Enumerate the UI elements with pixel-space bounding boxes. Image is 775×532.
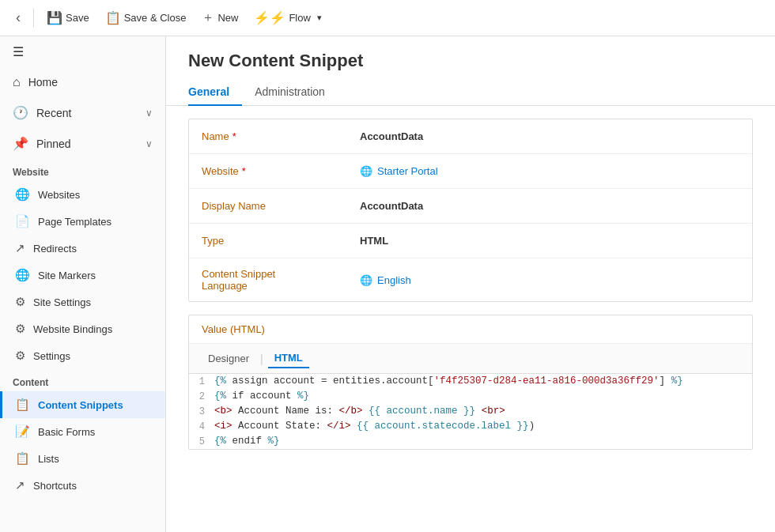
tab-administration[interactable]: Administration bbox=[242, 79, 338, 106]
code-line-5: 5 {% endif %} bbox=[189, 434, 752, 449]
line-content-1: {% assign account = entities.account['f4… bbox=[214, 375, 752, 387]
new-icon: ＋ bbox=[202, 9, 214, 26]
field-type: Type HTML bbox=[189, 224, 752, 258]
content-area: New Content Snippet General Administrati… bbox=[166, 36, 775, 532]
websites-label: Websites bbox=[38, 189, 80, 201]
page-title: New Content Snippet bbox=[166, 36, 775, 79]
basic-forms-icon: 📝 bbox=[15, 424, 30, 439]
sidebar-pinned-label: Pinned bbox=[36, 138, 71, 150]
code-line-2: 2 {% if account %} bbox=[189, 389, 752, 404]
sidebar-item-recent[interactable]: 🕐 Recent ∨ bbox=[0, 97, 165, 128]
display-name-value: AccountData bbox=[360, 200, 423, 212]
websites-icon: 🌐 bbox=[15, 187, 30, 202]
sidebar-item-pinned[interactable]: 📌 Pinned ∨ bbox=[0, 128, 165, 159]
field-name: Name* AccountData bbox=[189, 119, 752, 154]
website-bindings-icon: ⚙ bbox=[15, 322, 25, 336]
main-layout: ☰ ⌂ Home 🕐 Recent ∨ 📌 Pinned ∨ Website 🌐… bbox=[0, 36, 775, 532]
sidebar-item-settings[interactable]: ⚙ Settings bbox=[0, 342, 165, 369]
sidebar-item-site-settings[interactable]: ⚙ Site Settings bbox=[0, 289, 165, 315]
page-templates-icon: 📄 bbox=[15, 214, 30, 228]
sidebar-item-home[interactable]: ⌂ Home bbox=[0, 67, 165, 97]
field-display-name: Display Name AccountData bbox=[189, 189, 752, 224]
chevron-recent-icon: ∨ bbox=[146, 108, 153, 119]
sidebar-item-websites[interactable]: 🌐 Websites bbox=[0, 181, 165, 208]
redirects-label: Redirects bbox=[33, 243, 77, 255]
new-button[interactable]: ＋ New bbox=[195, 6, 244, 29]
site-settings-icon: ⚙ bbox=[15, 295, 25, 309]
save-button[interactable]: 💾 Save bbox=[40, 7, 96, 28]
lists-icon: 📋 bbox=[15, 451, 30, 466]
type-label: Type bbox=[202, 235, 360, 247]
recent-icon: 🕐 bbox=[13, 105, 28, 120]
value-section: Value (HTML) Designer | HTML 1 {% assign… bbox=[188, 315, 753, 450]
name-label: Name* bbox=[202, 130, 360, 142]
save-close-icon: 📋 bbox=[105, 10, 121, 25]
sidebar-item-shortcuts[interactable]: ↗ Shortcuts bbox=[0, 472, 165, 499]
tab-general[interactable]: General bbox=[188, 79, 242, 106]
code-line-4: 4 <i> Account State: </i> {{ account.sta… bbox=[189, 419, 752, 434]
flow-button[interactable]: ⚡⚡ Flow ▾ bbox=[248, 7, 327, 28]
value-header: Value (HTML) bbox=[189, 315, 752, 344]
content-snippets-label: Content Snippets bbox=[38, 399, 123, 411]
form-section: Name* AccountData Website* 🌐 Starter Por… bbox=[188, 119, 753, 302]
basic-forms-label: Basic Forms bbox=[38, 426, 95, 438]
sidebar-item-website-bindings[interactable]: ⚙ Website Bindings bbox=[0, 315, 165, 342]
settings-label: Settings bbox=[33, 350, 70, 362]
code-line-1: 1 {% assign account = entities.account['… bbox=[189, 374, 752, 389]
pin-icon: 📌 bbox=[13, 136, 28, 151]
website-section-label: Website bbox=[0, 159, 165, 181]
redirects-icon: ↗ bbox=[15, 241, 25, 255]
tab-divider: | bbox=[260, 353, 263, 365]
page-templates-label: Page Templates bbox=[38, 216, 112, 228]
website-link[interactable]: Starter Portal bbox=[377, 165, 438, 177]
sidebar: ☰ ⌂ Home 🕐 Recent ∨ 📌 Pinned ∨ Website 🌐… bbox=[0, 36, 166, 532]
divider-1 bbox=[33, 9, 34, 28]
globe-icon: 🌐 bbox=[360, 165, 372, 177]
line-number-3: 3 bbox=[189, 406, 214, 417]
shortcuts-icon: ↗ bbox=[15, 478, 25, 492]
hamburger-button[interactable]: ☰ bbox=[0, 36, 165, 67]
website-value[interactable]: 🌐 Starter Portal bbox=[360, 165, 438, 177]
line-content-5: {% endif %} bbox=[214, 436, 752, 447]
code-line-3: 3 <b> Account Name is: </b> {{ account.n… bbox=[189, 404, 752, 419]
website-required: * bbox=[242, 165, 246, 177]
toolbar: ‹ 💾 Save 📋 Save & Close ＋ New ⚡⚡ Flow ▾ bbox=[0, 0, 775, 36]
line-content-2: {% if account %} bbox=[214, 391, 752, 402]
value-tab-html[interactable]: HTML bbox=[268, 349, 309, 368]
page-tabs: General Administration bbox=[166, 79, 775, 106]
settings-icon: ⚙ bbox=[15, 349, 25, 363]
sidebar-item-page-templates[interactable]: 📄 Page Templates bbox=[0, 208, 165, 235]
flow-icon: ⚡⚡ bbox=[254, 10, 285, 25]
language-link[interactable]: English bbox=[377, 274, 411, 286]
sidebar-item-basic-forms[interactable]: 📝 Basic Forms bbox=[0, 418, 165, 445]
field-website: Website* 🌐 Starter Portal bbox=[189, 154, 752, 189]
sidebar-item-content-snippets[interactable]: 📋 Content Snippets bbox=[0, 391, 165, 418]
line-number-2: 2 bbox=[189, 391, 214, 402]
save-icon: 💾 bbox=[47, 10, 62, 25]
site-settings-label: Site Settings bbox=[33, 296, 91, 308]
content-snippet-language-label: Content SnippetLanguage bbox=[202, 268, 360, 292]
sidebar-item-lists[interactable]: 📋 Lists bbox=[0, 445, 165, 472]
chevron-down-icon: ▾ bbox=[317, 13, 322, 23]
site-markers-icon: 🌐 bbox=[15, 268, 30, 282]
content-snippet-language-value[interactable]: 🌐 English bbox=[360, 274, 411, 286]
save-label: Save bbox=[66, 12, 89, 24]
save-close-label: Save & Close bbox=[124, 12, 187, 24]
site-markers-label: Site Markers bbox=[38, 270, 96, 281]
home-icon: ⌂ bbox=[13, 75, 21, 89]
save-close-button[interactable]: 📋 Save & Close bbox=[99, 7, 193, 28]
field-content-snippet-language: Content SnippetLanguage 🌐 English bbox=[189, 258, 752, 301]
flow-label: Flow bbox=[289, 12, 310, 24]
back-button[interactable]: ‹ bbox=[9, 6, 27, 29]
name-value: AccountData bbox=[360, 130, 423, 142]
code-editor: 1 {% assign account = entities.account['… bbox=[189, 374, 752, 449]
line-number-4: 4 bbox=[189, 421, 214, 432]
sidebar-recent-label: Recent bbox=[36, 107, 71, 119]
line-content-3: <b> Account Name is: </b> {{ account.nam… bbox=[214, 406, 752, 417]
sidebar-item-site-markers[interactable]: 🌐 Site Markers bbox=[0, 262, 165, 289]
value-tab-designer[interactable]: Designer bbox=[202, 349, 255, 368]
website-bindings-label: Website Bindings bbox=[33, 323, 112, 335]
line-number-5: 5 bbox=[189, 436, 214, 447]
sidebar-item-redirects[interactable]: ↗ Redirects bbox=[0, 235, 165, 262]
flag-icon: 🌐 bbox=[360, 274, 372, 286]
